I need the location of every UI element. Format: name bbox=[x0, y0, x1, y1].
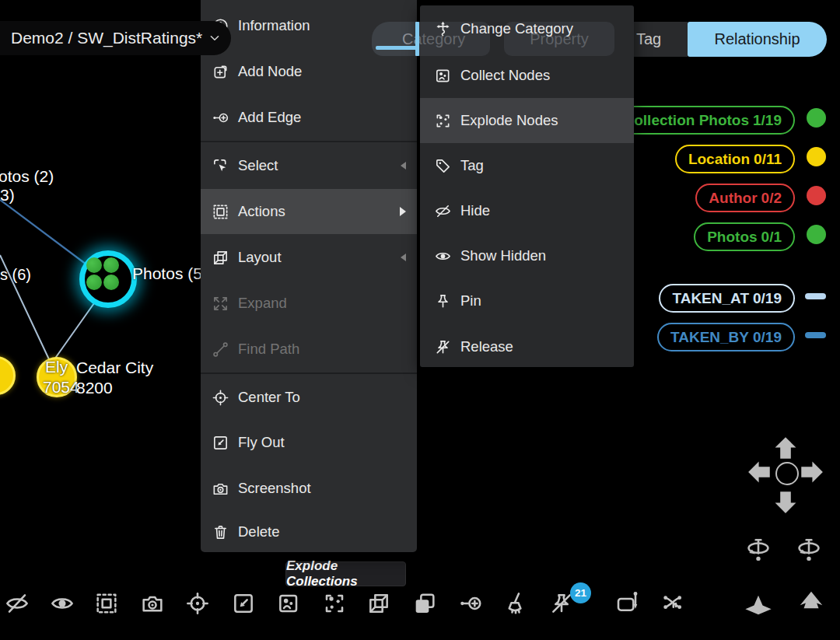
orbit-left-icon[interactable] bbox=[744, 535, 773, 565]
menu-item-screenshot[interactable]: Screenshot bbox=[201, 466, 417, 511]
toolbar-tooltip: Explode Collections bbox=[285, 561, 406, 586]
toolbar-collect-nodes-button[interactable] bbox=[271, 586, 306, 621]
toolbar-cube-layout-button[interactable] bbox=[362, 586, 396, 621]
menu-item-expand[interactable]: Expand bbox=[201, 281, 417, 326]
toolbar-camera-button[interactable] bbox=[135, 586, 170, 621]
pan-center-circle[interactable] bbox=[775, 462, 799, 485]
legend-label: Author bbox=[709, 190, 757, 207]
toolbar-physics-button[interactable] bbox=[656, 586, 690, 621]
submenu-item-hide[interactable]: Hide bbox=[420, 188, 634, 233]
broom-icon bbox=[503, 591, 528, 616]
submenu-item-pin[interactable]: Pin bbox=[420, 278, 634, 323]
eye-off-icon bbox=[5, 591, 30, 616]
center-to-icon bbox=[212, 389, 229, 407]
legend-pill-location[interactable]: Location 0/11 bbox=[675, 145, 795, 173]
tab-tag[interactable]: Tag bbox=[636, 22, 661, 57]
submenu-item-label: Explode Nodes bbox=[460, 112, 558, 129]
toolbar-marquee-select-button[interactable] bbox=[89, 586, 124, 621]
legend-label: TAKEN_AT bbox=[672, 290, 749, 307]
legend-label: Location bbox=[688, 151, 750, 168]
pan-left-arrow[interactable] bbox=[747, 459, 773, 485]
explode-nodes-icon bbox=[434, 112, 452, 130]
submenu-item-tag[interactable]: Tag bbox=[420, 143, 634, 188]
tab-category[interactable]: Category bbox=[372, 22, 420, 56]
menu-item-delete[interactable]: Delete bbox=[201, 509, 417, 554]
toolbar-eye-off-button[interactable] bbox=[0, 586, 34, 621]
find-path-icon bbox=[212, 341, 229, 358]
menu-item-fly-out[interactable]: Fly Out bbox=[201, 420, 417, 465]
tab-relationship[interactable]: Relationship bbox=[688, 22, 827, 57]
submenu-item-explode-nodes[interactable]: Explode Nodes bbox=[420, 98, 634, 143]
menu-item-label: Actions bbox=[238, 203, 285, 220]
graph-title-bar[interactable]: Demo2 / SW_DistRatings* bbox=[0, 21, 231, 55]
camera-icon bbox=[140, 591, 165, 616]
pan-right-arrow[interactable] bbox=[798, 459, 824, 485]
toolbar-broom-button[interactable] bbox=[499, 586, 533, 621]
node-segment bbox=[103, 257, 119, 273]
node-segment bbox=[86, 275, 102, 290]
toolbar-explode-nodes-button[interactable] bbox=[317, 586, 352, 621]
legend-label: TAKEN_BY bbox=[670, 329, 749, 346]
legend-ratio: 0/1 bbox=[761, 229, 782, 246]
menu-item-center-to[interactable]: Center To bbox=[201, 375, 417, 420]
delete-icon bbox=[212, 523, 229, 541]
collect-nodes-icon bbox=[434, 67, 452, 85]
legend-dot-author[interactable] bbox=[807, 186, 826, 205]
menu-item-add-edge[interactable]: Add Edge bbox=[201, 95, 417, 140]
submenu-item-collect-nodes[interactable]: Collect Nodes bbox=[420, 53, 634, 98]
menu-item-label: Add Node bbox=[238, 63, 302, 80]
legend-pill-author[interactable]: Author 0/2 bbox=[695, 184, 795, 212]
tilt-up-icon[interactable] bbox=[796, 588, 826, 617]
legend-pill-collection-photos[interactable]: Collection Photos 1/19 bbox=[611, 106, 795, 135]
menu-item-layout[interactable]: Layout bbox=[201, 235, 417, 280]
legend-pill-photos[interactable]: Photos 0/1 bbox=[694, 222, 795, 251]
node-cedar-name: Cedar City bbox=[76, 358, 153, 377]
selected-collection-node[interactable] bbox=[79, 250, 137, 308]
menu-item-label: Fly Out bbox=[238, 434, 285, 451]
pan-up-arrow[interactable] bbox=[772, 435, 799, 462]
legend-dash-taken-by[interactable] bbox=[805, 332, 826, 338]
show-hidden-icon bbox=[434, 247, 452, 265]
menu-item-label: Screenshot bbox=[238, 480, 311, 497]
legend-label: Collection Photos bbox=[624, 112, 750, 129]
submenu-item-label: Change Category bbox=[460, 20, 573, 37]
layout-icon bbox=[212, 249, 229, 267]
legend-pill-taken-at[interactable]: TAKEN_AT 0/19 bbox=[659, 284, 795, 313]
legend-dot-location[interactable] bbox=[807, 147, 826, 166]
submenu-right-arrow-icon bbox=[400, 207, 406, 216]
submenu-item-release[interactable]: Release bbox=[420, 324, 634, 367]
add-node-icon bbox=[412, 591, 437, 616]
change-category-icon bbox=[434, 20, 452, 38]
pan-down-arrow[interactable] bbox=[772, 488, 799, 515]
menu-item-find-path[interactable]: Find Path bbox=[201, 327, 417, 372]
partial-node-label: otos (2) bbox=[0, 167, 54, 186]
legend-dot-photos[interactable] bbox=[807, 225, 826, 244]
toolbar-add-edge-button[interactable] bbox=[453, 586, 488, 621]
toolbar-center-to-button[interactable] bbox=[180, 586, 215, 621]
submenu-left-arrow-icon bbox=[401, 162, 406, 170]
node-ely-value: 7054 bbox=[43, 378, 79, 397]
submenu-item-label: Hide bbox=[460, 202, 490, 219]
chevron-down-icon[interactable] bbox=[206, 30, 223, 47]
menu-item-actions[interactable]: Actions bbox=[201, 189, 417, 234]
menu-item-label: Information bbox=[238, 17, 310, 34]
toolbar-clipboard-pen-button[interactable] bbox=[611, 586, 645, 621]
toolbar-eye-button[interactable] bbox=[45, 586, 79, 621]
tilt-down-icon[interactable] bbox=[744, 589, 773, 618]
tab-category-underline-edge bbox=[415, 22, 419, 56]
legend-ratio: 0/11 bbox=[754, 151, 782, 168]
menu-item-select[interactable]: Select bbox=[201, 143, 417, 188]
legend-pill-taken-by[interactable]: TAKEN_BY 0/19 bbox=[657, 323, 795, 351]
toolbar-fly-out-button[interactable] bbox=[226, 586, 261, 621]
toolbar-add-node-button[interactable] bbox=[408, 586, 442, 621]
submenu-item-change-category[interactable]: Change Category bbox=[420, 6, 634, 51]
orbit-right-icon[interactable] bbox=[794, 535, 824, 565]
legend-dot-collection-photos[interactable] bbox=[807, 108, 826, 128]
node-cedar-value: 8200 bbox=[76, 379, 113, 397]
fly-out-icon bbox=[212, 434, 229, 452]
menu-item-label: Center To bbox=[238, 389, 300, 406]
legend-dash-taken-at[interactable] bbox=[805, 293, 826, 299]
collect-nodes-icon bbox=[276, 591, 301, 616]
app-window: otos (2) 3) s (6) Photos (5) Ely 7054 Ce… bbox=[0, 0, 840, 640]
submenu-item-show-hidden[interactable]: Show Hidden bbox=[420, 233, 634, 278]
